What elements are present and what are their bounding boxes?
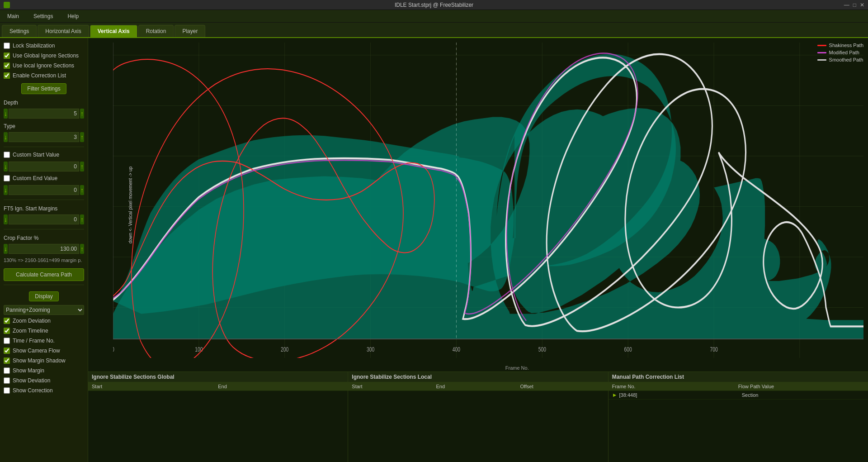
calculate-camera-path-button[interactable]: Calculate Camera Path: [4, 268, 84, 281]
correction-value-0: Section: [742, 392, 864, 398]
show-margin-label: Show Margin: [13, 367, 44, 374]
zoom-timeline-checkbox[interactable]: [4, 328, 10, 334]
ft5-input[interactable]: [9, 214, 79, 224]
use-global-ignore-row: Use Global Ignore Sections: [4, 52, 84, 60]
show-deviation-checkbox[interactable]: [4, 377, 10, 384]
svg-text:400: 400: [453, 346, 460, 353]
custom-end-down-button[interactable]: ↓: [4, 185, 8, 195]
close-button[interactable]: ✕: [860, 2, 864, 8]
ft5-down-button[interactable]: ↓: [4, 214, 8, 224]
lock-stabilization-label: Lock Stabilization: [13, 43, 55, 49]
correction-row-0[interactable]: ► [38:448] Section: [609, 391, 868, 400]
ft5-up-button[interactable]: ↑: [80, 214, 84, 224]
manual-correction-col-frame: Frame No.: [612, 384, 738, 389]
ignore-global-panel: Ignore Stabilize Sections Global Start E…: [88, 372, 348, 462]
margin-info: 130% => 2160-1661=499 margin p.: [4, 257, 84, 263]
depth-spinner: ↓ ↑: [4, 109, 84, 119]
menu-main[interactable]: Main: [4, 12, 23, 20]
show-camera-flow-checkbox[interactable]: [4, 348, 10, 354]
ignore-local-col-start: Start: [352, 384, 436, 389]
separator-1: [4, 147, 84, 147]
type-up-button[interactable]: ↑: [80, 132, 84, 142]
minimize-button[interactable]: —: [844, 2, 849, 8]
crop-down-button[interactable]: ↓: [4, 244, 8, 254]
use-global-ignore-checkbox[interactable]: [4, 52, 10, 59]
show-camera-flow-label: Show Camera Flow: [13, 348, 60, 354]
type-down-button[interactable]: ↓: [4, 132, 8, 142]
correction-frame-0: [38:448]: [619, 392, 742, 398]
ignore-global-content[interactable]: [88, 391, 348, 462]
zoom-timeline-label: Zoom Timeline: [13, 328, 48, 334]
y-axis-label-text: down <- Vertical pixel movement -> up: [128, 166, 133, 243]
maximize-button[interactable]: □: [853, 2, 856, 8]
depth-input[interactable]: [9, 109, 79, 119]
display-button[interactable]: Display: [29, 291, 58, 301]
time-frame-label: Time / Frame No.: [13, 338, 55, 344]
tabbar: Settings Horizontal Axis Vertical Axis R…: [0, 23, 868, 38]
custom-start-checkbox[interactable]: [4, 152, 10, 158]
app-icon: [4, 2, 10, 8]
manual-correction-columns: Frame No. Flow Path Value: [609, 382, 868, 391]
show-margin-checkbox[interactable]: [4, 367, 10, 374]
menu-help[interactable]: Help: [64, 12, 82, 20]
type-input[interactable]: [9, 132, 79, 142]
time-frame-row: Time / Frame No.: [4, 337, 84, 345]
main-layout: Lock Stabilization Use Global Ignore Sec…: [0, 38, 868, 462]
use-local-ignore-row: Use local Ignore Sections: [4, 62, 84, 70]
depth-up-button[interactable]: ↑: [80, 109, 84, 119]
tab-vertical[interactable]: Vertical Axis: [90, 25, 137, 37]
crop-up-button[interactable]: ↑: [80, 244, 84, 254]
depth-label: Depth: [4, 100, 84, 106]
custom-end-input[interactable]: [9, 185, 79, 195]
window-controls[interactable]: — □ ✕: [844, 2, 864, 8]
custom-start-input[interactable]: [9, 162, 79, 171]
crop-spinner: ↓ ↑: [4, 244, 84, 254]
tab-player[interactable]: Player: [175, 25, 205, 37]
menu-settings[interactable]: Settings: [30, 12, 57, 20]
custom-start-down-button[interactable]: ↓: [4, 162, 8, 171]
ignore-global-title: Ignore Stabilize Sections Global: [88, 372, 348, 382]
use-local-ignore-checkbox[interactable]: [4, 62, 10, 69]
bottom-panels: Ignore Stabilize Sections Global Start E…: [88, 372, 868, 462]
ignore-local-panel: Ignore Stabilize Sections Local Start En…: [348, 372, 608, 462]
tab-settings[interactable]: Settings: [2, 25, 37, 37]
display-mode-select[interactable]: Panning+Zooming Panning Only Zooming Onl…: [4, 305, 84, 315]
custom-end-up-button[interactable]: ↑: [80, 185, 84, 195]
custom-start-up-button[interactable]: ↑: [80, 162, 84, 171]
menubar: Main Settings Help: [0, 10, 868, 23]
svg-text:700: 700: [710, 346, 717, 353]
zoom-deviation-checkbox[interactable]: [4, 318, 10, 324]
ignore-local-col-end: End: [436, 384, 520, 389]
type-label: Type: [4, 123, 84, 129]
ignore-local-title: Ignore Stabilize Sections Local: [348, 372, 608, 382]
ignore-local-columns: Start End Offset: [348, 382, 608, 391]
crop-input[interactable]: [9, 244, 79, 254]
time-frame-checkbox[interactable]: [4, 338, 10, 344]
zoom-deviation-row: Zoom Deviation: [4, 317, 84, 325]
manual-correction-content[interactable]: ► [38:448] Section: [609, 391, 868, 462]
zoom-deviation-label: Zoom Deviation: [13, 318, 51, 324]
svg-text:100: 100: [195, 346, 203, 353]
filter-settings-button[interactable]: Filter Settings: [21, 83, 66, 94]
show-margin-shadow-label: Show Margin Shadow: [13, 357, 66, 364]
ignore-global-col-start: Start: [92, 384, 218, 389]
show-deviation-label: Show Deviation: [13, 377, 50, 384]
sidebar: Lock Stabilization Use Global Ignore Sec…: [0, 38, 88, 462]
lock-stabilization-checkbox[interactable]: [4, 43, 10, 49]
separator-3: [4, 229, 84, 229]
type-spinner: ↓ ↑: [4, 132, 84, 142]
custom-end-checkbox[interactable]: [4, 175, 10, 181]
use-local-ignore-label: Use local Ignore Sections: [13, 62, 74, 69]
tab-horizontal[interactable]: Horizontal Axis: [38, 25, 89, 37]
svg-text:600: 600: [624, 346, 632, 353]
svg-text:0: 0: [113, 346, 114, 353]
expand-icon-0[interactable]: ►: [612, 392, 618, 398]
show-correction-checkbox[interactable]: [4, 387, 10, 394]
enable-correction-checkbox[interactable]: [4, 72, 10, 79]
manual-correction-col-flow: Flow Path Value: [738, 384, 864, 389]
depth-down-button[interactable]: ↓: [4, 109, 8, 119]
tab-rotation[interactable]: Rotation: [138, 25, 174, 37]
show-margin-shadow-checkbox[interactable]: [4, 357, 10, 364]
ignore-local-content[interactable]: [348, 391, 608, 462]
chart-svg: -500 0 500 1 000 1 500 0 100 200 300 400…: [113, 43, 863, 358]
